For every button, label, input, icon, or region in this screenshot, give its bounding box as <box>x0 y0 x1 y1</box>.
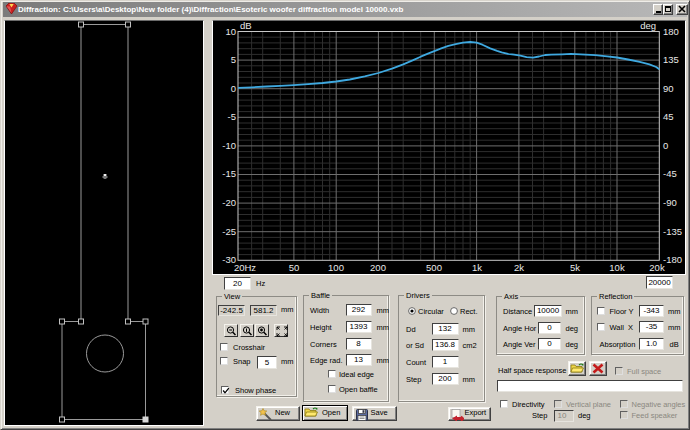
svg-text:200: 200 <box>370 262 386 273</box>
svg-text:50: 50 <box>289 262 300 273</box>
svg-text:10: 10 <box>225 26 236 37</box>
svg-text:-135: -135 <box>663 226 682 237</box>
svg-text:20k: 20k <box>649 262 665 273</box>
svg-text:5k: 5k <box>570 262 580 273</box>
svg-text:90: 90 <box>663 83 674 94</box>
svg-text:-45: -45 <box>663 168 677 179</box>
svg-text:500: 500 <box>426 262 442 273</box>
svg-text:-5: -5 <box>228 111 236 122</box>
svg-text:dB: dB <box>240 21 252 31</box>
svg-text:-180: -180 <box>663 254 682 265</box>
svg-text:45: 45 <box>663 111 674 122</box>
svg-text:-20: -20 <box>222 197 236 208</box>
svg-text:2k: 2k <box>514 262 524 273</box>
svg-text:100: 100 <box>328 262 344 273</box>
svg-text:10k: 10k <box>609 262 625 273</box>
svg-text:180: 180 <box>663 26 679 37</box>
svg-text:-10: -10 <box>222 140 236 151</box>
svg-text:1k: 1k <box>472 262 482 273</box>
svg-text:deg: deg <box>640 21 656 31</box>
svg-text:5: 5 <box>231 54 236 65</box>
svg-text:0: 0 <box>231 83 236 94</box>
svg-text:-90: -90 <box>663 197 677 208</box>
svg-text:-15: -15 <box>222 168 236 179</box>
svg-text:135: 135 <box>663 54 679 65</box>
svg-text:-25: -25 <box>222 226 236 237</box>
svg-text:0: 0 <box>663 140 668 151</box>
svg-text:20Hz: 20Hz <box>234 262 256 273</box>
